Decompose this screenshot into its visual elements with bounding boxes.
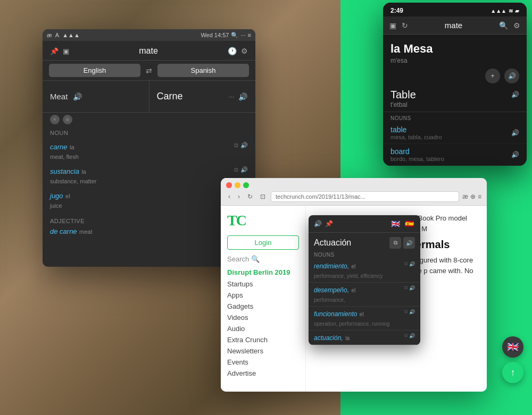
browser-icon-menu[interactable]: ≡ <box>478 193 481 200</box>
mobile-app-title: mate <box>413 21 494 30</box>
mobile-table-speaker[interactable]: 🔊 <box>511 129 519 137</box>
mobile-def-word-table: table <box>390 125 442 134</box>
def-sub-carne: meat, flesh <box>50 154 79 160</box>
flag-es[interactable]: 🇪🇸 <box>403 219 415 228</box>
tc-logo: TC <box>227 212 299 229</box>
history-icon[interactable]: 🕐 <box>228 47 237 55</box>
floating-flag-button[interactable]: 🇬🇧 <box>502 336 523 358</box>
tc-nav-audio[interactable]: Audio <box>227 323 299 334</box>
pin-icon[interactable]: 📌 <box>50 47 59 55</box>
settings-icon[interactable]: ⚙ <box>241 47 248 55</box>
popup-copy-funcionamiento[interactable]: ⧉ <box>404 309 408 315</box>
mobile-main-phonetic: m'esa <box>390 57 519 64</box>
popup-copy-btn[interactable]: ⧉ <box>389 237 401 249</box>
mobile-toolbar: ▣ ↻ mate 🔍 ⚙ <box>383 16 527 35</box>
tc-nav-events[interactable]: Events <box>227 357 299 368</box>
minimize-traffic-light[interactable] <box>235 182 240 188</box>
fullscreen-traffic-light[interactable] <box>243 182 249 188</box>
mobile-trans-speaker[interactable]: 🔊 <box>511 91 519 98</box>
popup-sound-funcionamiento[interactable]: 🔊 <box>409 309 415 315</box>
mobile-search-icon[interactable]: 🔍 <box>499 21 508 30</box>
mobile-def-word-board: board <box>390 147 444 156</box>
popup-speaker-icon[interactable]: 🔊 <box>314 220 322 227</box>
browser-icon-ae[interactable]: æ <box>462 193 468 200</box>
mobile-def-table: table mesa, tabla, cuadro 🔊 <box>383 122 527 144</box>
view-icon[interactable]: ▣ <box>63 47 69 55</box>
browser-icon-gear[interactable]: ⊕ <box>470 193 476 200</box>
tc-search[interactable]: Search 🔍 <box>227 255 299 263</box>
popup-pos-label: NOUNS <box>309 251 420 259</box>
browser-view-btn[interactable]: ⊡ <box>258 192 268 201</box>
popup-header: 🔊 📌 🇬🇧 🇪🇸 <box>309 215 420 233</box>
menubar-time: Wed 14:57 <box>201 32 229 38</box>
speaker-icon-2[interactable]: 🔊 <box>240 166 248 173</box>
swap-languages-icon[interactable]: ⇄ <box>146 66 152 75</box>
mobile-def-board: board bordo, mesa, tablero 🔊 <box>383 144 527 166</box>
floating-up-button[interactable]: ↑ <box>502 362 523 383</box>
browser-forward-btn[interactable]: › <box>236 192 242 201</box>
mobile-def-sub-board: bordo, mesa, tablero <box>390 156 444 162</box>
mobile-main-word-area: la Mesa m'esa <box>383 35 527 66</box>
tc-featured-link[interactable]: Disrupt Berlin 2019 <box>227 268 299 276</box>
def-word-sustancia: sustancia <box>50 167 79 175</box>
popup-copy-desempeno[interactable]: ⧉ <box>404 285 408 291</box>
tc-nav-startups[interactable]: Startups <box>227 278 299 290</box>
popup-copy-actuacion[interactable]: ⧉ <box>404 333 408 338</box>
translation-area: Meat 🔊 Carne ··· 🔊 <box>43 81 255 113</box>
mobile-nouns-label: NOUNS <box>383 112 527 122</box>
popup-def-word-actuacion: actuación, <box>314 334 343 342</box>
close-traffic-light[interactable] <box>226 182 232 188</box>
browser-back-btn[interactable]: ‹ <box>226 192 232 201</box>
tc-nav-advertise[interactable]: Advertise <box>227 368 299 379</box>
tc-nav-gadgets[interactable]: Gadgets <box>227 301 299 312</box>
popup-pin-icon[interactable]: 📌 <box>325 220 333 227</box>
tc-nav-videos[interactable]: Videos <box>227 312 299 323</box>
menubar-dots[interactable]: ··· <box>240 32 245 38</box>
window-header: 📌 ▣ mate 🕐 ⚙ <box>43 41 255 61</box>
copy-icon[interactable]: ⧉ <box>234 142 238 149</box>
target-language-button[interactable]: Spanish <box>157 64 249 77</box>
mobile-settings-icon[interactable]: ⚙ <box>513 21 520 30</box>
copy-icon-2[interactable]: ⧉ <box>234 166 238 173</box>
popup-def-rendimiento: rendimiento, el performance, yield, effi… <box>309 259 420 283</box>
mobile-trans-word: Table <box>390 89 416 101</box>
mobile-board-speaker[interactable]: 🔊 <box>511 151 519 158</box>
mobile-add-icon[interactable]: + <box>485 69 500 83</box>
popup-def-sub-desempeno: performance, <box>314 297 345 303</box>
popup-copy-rendimiento[interactable]: ⧉ <box>404 261 408 267</box>
definition-item: carne la meat, flesh ⧉ 🔊 <box>43 139 255 164</box>
target-speaker-icon[interactable]: 🔊 <box>237 91 248 102</box>
mobile-speaker-icon[interactable]: 🔊 <box>504 69 519 83</box>
mobile-def-sub-table: mesa, tabla, cuadro <box>390 134 442 140</box>
mobile-refresh-icon[interactable]: ↻ <box>402 21 408 30</box>
flag-uk[interactable]: 🇬🇧 <box>389 219 401 228</box>
adj-sub: meat <box>79 228 92 235</box>
tc-nav-extra-crunch[interactable]: Extra Crunch <box>227 334 299 345</box>
menubar-lines[interactable]: ≡ <box>248 32 251 38</box>
browser-chrome: ‹ › ↻ ⊡ techcrunch.com/2019/11/13/mac...… <box>221 178 487 206</box>
popup-sound-rendimiento[interactable]: 🔊 <box>409 261 415 267</box>
search-icon: 🔍 <box>251 255 260 263</box>
signal-icon: ▲▲▲ <box>491 8 506 14</box>
settings-small-button[interactable]: ⊕ <box>63 115 72 124</box>
mobile-book-icon[interactable]: ▣ <box>389 21 396 30</box>
popup-def-sub-rendimiento: performance, yield, efficiency <box>314 273 383 279</box>
browser-url-bar[interactable]: techcrunch.com/2019/11/13/mac... <box>271 191 459 202</box>
popup-sound-btn[interactable]: 🔊 <box>403 237 415 249</box>
browser-refresh-btn[interactable]: ↻ <box>245 192 255 201</box>
mobile-translation-window: 2:49 ▲▲▲ ≋ ▰ ▣ ↻ mate 🔍 ⚙ la Mesa m'esa … <box>383 3 527 166</box>
source-speaker-icon[interactable]: 🔊 <box>72 91 82 102</box>
tc-login-button[interactable]: Login <box>227 235 299 250</box>
source-language-button[interactable]: English <box>49 64 140 77</box>
close-button[interactable]: ✕ <box>50 115 60 124</box>
more-options-label[interactable]: ··· <box>229 93 234 100</box>
menubar-search[interactable]: 🔍 <box>231 32 238 39</box>
mobile-main-word-title: la Mesa <box>390 42 519 56</box>
speaker-icon[interactable]: 🔊 <box>240 142 248 149</box>
tc-nav-newsletters[interactable]: Newsletters <box>227 345 299 357</box>
target-word-text: Carne <box>157 91 225 102</box>
popup-sound-desempeno[interactable]: 🔊 <box>409 285 415 291</box>
popup-sound-actuacion[interactable]: 🔊 <box>409 333 415 338</box>
tc-nav-apps[interactable]: Apps <box>227 290 299 301</box>
page-translate-popup: 🔊 📌 🇬🇧 🇪🇸 Actuación ⧉ 🔊 NOUNS rendimient… <box>309 215 420 345</box>
